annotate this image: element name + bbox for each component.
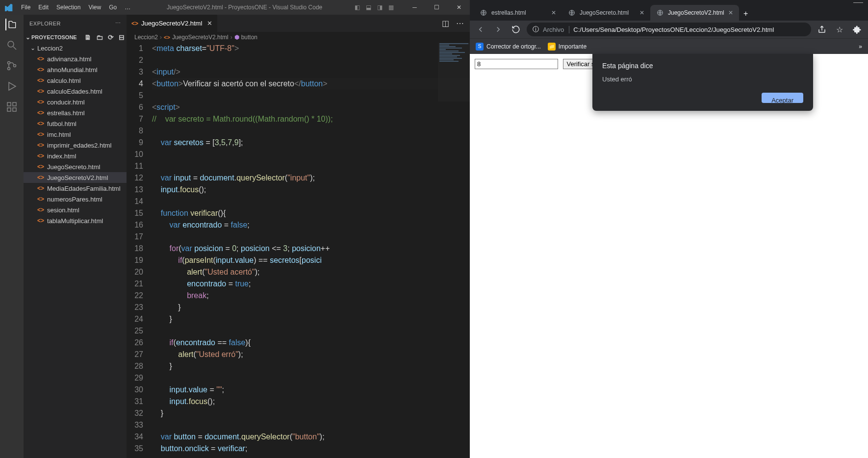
minimize-button[interactable]: ─ bbox=[404, 4, 426, 11]
file-row[interactable]: <>calculo.html bbox=[24, 75, 127, 86]
folder-row[interactable]: ⌄ Leccion2 bbox=[24, 43, 127, 53]
editor-tab[interactable]: <> JuegoSecretoV2.html ✕ bbox=[127, 15, 218, 32]
breadcrumb-folder[interactable]: Leccion2 bbox=[134, 34, 158, 41]
breadcrumbs[interactable]: Leccion2 › <> JuegoSecretoV2.html › ⬢ bu… bbox=[127, 32, 470, 43]
file-row[interactable]: <>imc.html bbox=[24, 129, 127, 140]
close-tab-icon[interactable]: ✕ bbox=[728, 9, 733, 16]
url-scheme: Archivo bbox=[543, 26, 569, 33]
page-content: Verificar s Esta página dice Usted erró … bbox=[470, 54, 868, 458]
project-header[interactable]: ⌄ PROYECTOSONE 🗎 🗀 ⟳ ⊟ bbox=[24, 32, 127, 43]
extensions-puzzle-icon[interactable] bbox=[850, 23, 864, 36]
menu-item[interactable]: Selection bbox=[52, 4, 84, 11]
vscode-logo-icon bbox=[0, 3, 17, 11]
menu-item[interactable]: Edit bbox=[34, 4, 52, 11]
file-row[interactable]: <>futbol.html bbox=[24, 118, 127, 129]
explorer-more-icon[interactable]: ⋯ bbox=[115, 20, 121, 26]
close-tab-icon[interactable]: ✕ bbox=[639, 9, 644, 16]
menu-bar: FileEditSelectionViewGo… bbox=[17, 4, 134, 11]
html-file-icon: <> bbox=[131, 20, 138, 27]
address-bar[interactable]: ⓘ Archivo C:/Users/Sena/Desktop/Proyecto… bbox=[527, 23, 811, 36]
maximize-button[interactable]: ☐ bbox=[426, 4, 448, 11]
svg-rect-9 bbox=[13, 102, 16, 106]
file-row[interactable]: <>ahnoMundial.html bbox=[24, 64, 127, 75]
file-name: calculo.html bbox=[47, 77, 81, 84]
browser-tab[interactable]: JuegoSecretoV2.html✕ bbox=[650, 5, 739, 21]
breadcrumb-symbol[interactable]: button bbox=[241, 34, 257, 41]
file-name: JuegoSecreto.html bbox=[47, 163, 100, 171]
file-row[interactable]: <>numerosPares.html bbox=[24, 194, 127, 204]
window-title: JuegoSecretoV2.html - ProyectosONE - Vis… bbox=[134, 4, 355, 11]
explorer-title: EXPLORER bbox=[29, 21, 61, 26]
file-row[interactable]: <>calculoEdades.html bbox=[24, 86, 127, 97]
svg-point-0 bbox=[8, 41, 14, 47]
close-tab-icon[interactable]: ✕ bbox=[207, 20, 212, 27]
file-name: adivinanza.html bbox=[47, 55, 91, 63]
info-icon[interactable]: ⓘ bbox=[533, 25, 539, 34]
guess-input[interactable] bbox=[475, 59, 558, 69]
more-actions-icon[interactable]: ⋯ bbox=[456, 19, 464, 28]
editor-layout-icons[interactable]: ◧ ⬓ ◨ ▦ bbox=[355, 4, 394, 11]
js-alert-dialog: Esta página dice Usted erró Aceptar bbox=[592, 54, 813, 111]
file-row[interactable]: <>adivinanza.html bbox=[24, 53, 127, 64]
share-icon[interactable] bbox=[815, 23, 829, 36]
panel-right-icon[interactable]: ◨ bbox=[377, 4, 383, 11]
html-file-icon: <> bbox=[37, 163, 44, 170]
browser-tab[interactable]: JuegoSecreto.html✕ bbox=[562, 5, 650, 21]
svg-marker-5 bbox=[9, 82, 16, 90]
new-tab-button[interactable]: + bbox=[739, 7, 753, 21]
extensions-icon[interactable] bbox=[6, 101, 18, 113]
file-row[interactable]: <>conducir.html bbox=[24, 97, 127, 107]
close-button[interactable]: ✕ bbox=[448, 4, 470, 11]
source-control-icon[interactable] bbox=[6, 60, 18, 72]
bookmark-item[interactable]: 📁Importante bbox=[548, 43, 587, 51]
bookmark-item[interactable]: SCorrector de ortogr... bbox=[476, 43, 541, 51]
collapse-icon[interactable]: ⊟ bbox=[119, 33, 125, 41]
reload-button[interactable] bbox=[509, 23, 523, 36]
svg-point-3 bbox=[8, 68, 10, 70]
breadcrumb-file[interactable]: JuegoSecretoV2.html bbox=[172, 34, 229, 41]
new-folder-icon[interactable]: 🗀 bbox=[96, 33, 103, 41]
menu-item[interactable]: File bbox=[17, 4, 34, 11]
file-row[interactable]: <>index.html bbox=[24, 151, 127, 161]
menu-item[interactable]: Go bbox=[105, 4, 121, 11]
dialog-accept-button[interactable]: Aceptar bbox=[762, 93, 803, 103]
file-row[interactable]: <>tablaMultiplicar.html bbox=[24, 215, 127, 226]
file-row[interactable]: <>MediaEdadesFamilia.html bbox=[24, 183, 127, 194]
search-icon[interactable] bbox=[6, 39, 18, 51]
file-row[interactable]: <>estrellas.html bbox=[24, 107, 127, 118]
menu-item[interactable]: … bbox=[121, 4, 134, 11]
browser-tabs: estrellas.html✕JuegoSecreto.html✕JuegoSe… bbox=[470, 4, 868, 21]
bookmarks-overflow-icon[interactable]: » bbox=[859, 43, 862, 50]
explorer-icon[interactable] bbox=[5, 19, 17, 30]
new-file-icon[interactable]: 🗎 bbox=[84, 33, 91, 41]
code-editor[interactable]: 1234567891011121314151617181920212223242… bbox=[127, 43, 470, 458]
html-file-icon: <> bbox=[37, 131, 44, 138]
browser-tab[interactable]: estrellas.html✕ bbox=[474, 5, 562, 21]
file-row[interactable]: <>JuegoSecreto.html bbox=[24, 161, 127, 172]
forward-button[interactable] bbox=[491, 23, 505, 36]
minimize-icon[interactable] bbox=[853, 1, 863, 3]
file-name: index.html bbox=[47, 153, 76, 160]
file-name: estrellas.html bbox=[47, 109, 85, 117]
svg-rect-6 bbox=[7, 102, 11, 106]
menu-item[interactable]: View bbox=[84, 4, 105, 11]
file-name: conducir.html bbox=[47, 99, 85, 106]
file-row[interactable]: <>imprimir_edades2.html bbox=[24, 140, 127, 151]
file-name: calculoEdades.html bbox=[47, 88, 102, 95]
file-row[interactable]: <>JuegoSecretoV2.html bbox=[24, 172, 127, 183]
file-row[interactable]: <>sesion.html bbox=[24, 204, 127, 215]
layout-grid-icon[interactable]: ▦ bbox=[388, 4, 394, 11]
run-debug-icon[interactable] bbox=[6, 80, 18, 92]
refresh-icon[interactable]: ⟳ bbox=[108, 33, 114, 41]
explorer-header: EXPLORER ⋯ bbox=[24, 15, 127, 32]
close-tab-icon[interactable]: ✕ bbox=[551, 9, 556, 16]
minimap[interactable] bbox=[438, 43, 470, 102]
panel-bottom-icon[interactable]: ⬓ bbox=[366, 4, 371, 11]
back-button[interactable] bbox=[474, 23, 487, 36]
bookmark-star-icon[interactable]: ☆ bbox=[833, 23, 846, 36]
file-name: JuegoSecretoV2.html bbox=[47, 174, 108, 181]
panel-left-icon[interactable]: ◧ bbox=[355, 4, 360, 11]
file-name: sesion.html bbox=[47, 206, 79, 214]
split-editor-icon[interactable]: ◫ bbox=[442, 19, 449, 28]
html-file-icon: <> bbox=[37, 88, 44, 95]
